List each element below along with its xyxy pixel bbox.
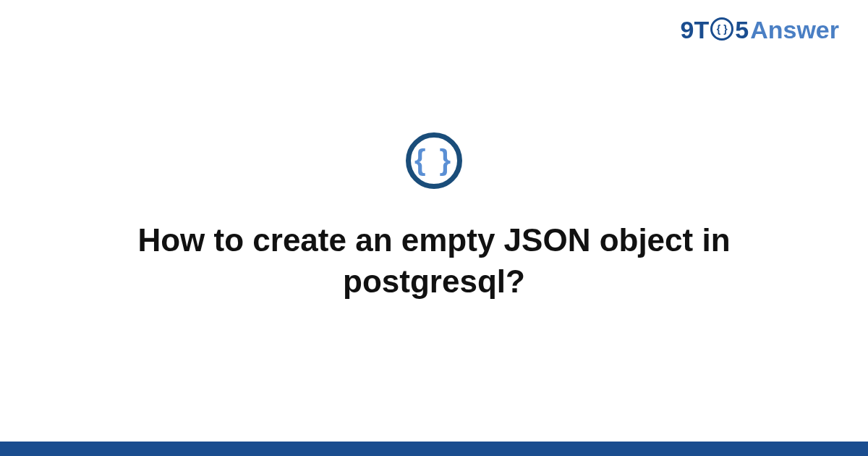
main-content: { } How to create an empty JSON object i… <box>0 0 868 456</box>
footer-accent-bar <box>0 442 868 456</box>
category-braces-icon: { } <box>406 132 462 189</box>
braces-glyph: { } <box>414 144 454 177</box>
question-title: How to create an empty JSON object in po… <box>109 219 760 302</box>
